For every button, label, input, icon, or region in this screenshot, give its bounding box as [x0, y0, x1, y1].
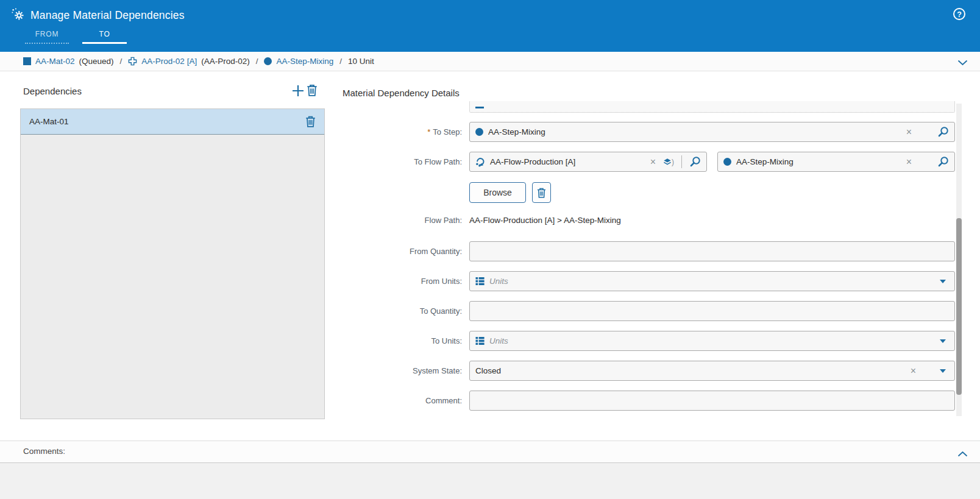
- footer-bar: Cancel Update: [0, 463, 980, 499]
- to-flow-path-label: To Flow Path:: [343, 152, 462, 172]
- svg-text:?: ?: [957, 10, 962, 19]
- breadcrumb-material-link[interactable]: AA-Mat-02: [35, 57, 75, 66]
- search-icon[interactable]: [689, 156, 701, 168]
- to-units-dropdown[interactable]: Units: [469, 331, 955, 351]
- to-step-label: *To Step:: [343, 122, 462, 142]
- step-circle-icon: [475, 128, 483, 136]
- from-quantity-label: From Quantity:: [343, 241, 462, 261]
- flow-path-trash-button[interactable]: [532, 182, 551, 203]
- tab-to[interactable]: TO: [82, 28, 127, 44]
- flow-icon: [475, 157, 485, 167]
- material-square-icon: [23, 57, 31, 65]
- tab-from[interactable]: FROM: [25, 28, 69, 44]
- breadcrumb-step-link[interactable]: AA-Step-Mixing: [276, 57, 333, 66]
- clipped-field-icon: [475, 107, 484, 108]
- to-flow-path-step-value: AA-Step-Mixing: [736, 157, 794, 166]
- comments-chevron-up-icon[interactable]: [957, 448, 968, 459]
- chevron-down-icon[interactable]: [940, 339, 946, 343]
- search-icon[interactable]: [937, 156, 949, 168]
- units-list-icon: [475, 277, 485, 286]
- header-bar: Manage Material Dependencies ? FROM TO: [0, 0, 980, 52]
- to-units-label: To Units:: [343, 331, 462, 351]
- breadcrumb-product-suffix: (AA-Prod-02): [201, 57, 250, 66]
- step-circle-icon: [723, 158, 731, 166]
- to-quantity-input[interactable]: [469, 301, 955, 321]
- system-state-value: Closed: [475, 366, 501, 375]
- breadcrumb: AA-Mat-02 (Queued) / AA-Prod-02 [A] (AA-…: [0, 52, 980, 71]
- breadcrumb-separator: /: [256, 57, 258, 66]
- comment-label: Comment:: [343, 391, 462, 411]
- system-state-label: System State:: [343, 361, 462, 381]
- dependencies-panel-title: Dependencies: [23, 86, 82, 96]
- clear-icon[interactable]: ×: [648, 157, 658, 167]
- units-list-icon: [475, 336, 485, 345]
- clear-icon[interactable]: ×: [904, 127, 914, 137]
- breadcrumb-quantity: 10 Unit: [348, 57, 374, 66]
- comment-input[interactable]: [469, 391, 955, 411]
- product-icon: [128, 57, 137, 66]
- to-flow-path-step-field[interactable]: AA-Step-Mixing ×: [717, 152, 955, 172]
- clear-icon[interactable]: ×: [908, 366, 918, 376]
- details-panel-title: Material Dependency Details: [343, 88, 460, 98]
- comments-section-bar: Comments:: [0, 441, 980, 463]
- version-stack-icon[interactable]: ): [663, 158, 674, 166]
- dependencies-list: AA-Mat-01: [20, 108, 325, 419]
- required-asterisk: *: [427, 127, 430, 136]
- search-icon[interactable]: [937, 126, 949, 138]
- from-units-placeholder: Units: [489, 277, 508, 286]
- dependency-list-item[interactable]: AA-Mat-01: [21, 109, 324, 135]
- to-step-value: AA-Step-Mixing: [488, 127, 545, 136]
- browse-button[interactable]: Browse: [469, 182, 526, 203]
- flow-path-label: Flow Path:: [343, 214, 462, 227]
- to-flow-path-flow-field[interactable]: AA-Flow-Production [A] × ): [469, 152, 707, 172]
- breadcrumb-product-link[interactable]: AA-Prod-02 [A]: [141, 57, 197, 66]
- tab-from-label: FROM: [35, 28, 59, 40]
- divider: [681, 155, 682, 168]
- page-title: Manage Material Dependencies: [30, 9, 185, 22]
- from-quantity-input[interactable]: [469, 241, 955, 261]
- breadcrumb-material-status: (Queued): [79, 57, 114, 66]
- to-step-field[interactable]: AA-Step-Mixing ×: [469, 122, 955, 142]
- system-state-dropdown[interactable]: Closed ×: [469, 361, 955, 381]
- breadcrumb-separator: /: [120, 57, 122, 66]
- from-units-label: From Units:: [343, 271, 462, 291]
- to-units-placeholder: Units: [489, 336, 508, 345]
- details-scrollbar-thumb[interactable]: [956, 218, 962, 395]
- manage-gear-icon: [11, 7, 24, 23]
- row-trash-icon[interactable]: [305, 116, 316, 127]
- comments-label: Comments:: [23, 447, 65, 456]
- flow-path-value: AA-Flow-Production [A] > AA-Step-Mixing: [469, 214, 621, 227]
- chevron-down-icon[interactable]: [940, 280, 946, 283]
- step-circle-icon: [264, 57, 272, 65]
- from-units-dropdown[interactable]: Units: [469, 271, 955, 291]
- help-icon[interactable]: ?: [953, 7, 966, 21]
- dependency-item-label: AA-Mat-01: [29, 117, 305, 126]
- breadcrumb-collapse-chevron-down-icon[interactable]: [957, 58, 968, 68]
- to-flow-path-flow-value: AA-Flow-Production [A]: [490, 157, 575, 166]
- clipped-field-above: [469, 101, 955, 113]
- chevron-down-icon[interactable]: [940, 369, 946, 373]
- delete-dependency-button[interactable]: [307, 84, 319, 97]
- to-quantity-label: To Quantity:: [343, 301, 462, 321]
- clear-icon[interactable]: ×: [904, 157, 914, 167]
- tab-to-label: TO: [99, 28, 110, 40]
- breadcrumb-separator: /: [339, 57, 342, 66]
- add-dependency-button[interactable]: [291, 83, 305, 98]
- manage-material-dependencies-dialog: Manage Material Dependencies ? FROM TO A…: [0, 0, 980, 499]
